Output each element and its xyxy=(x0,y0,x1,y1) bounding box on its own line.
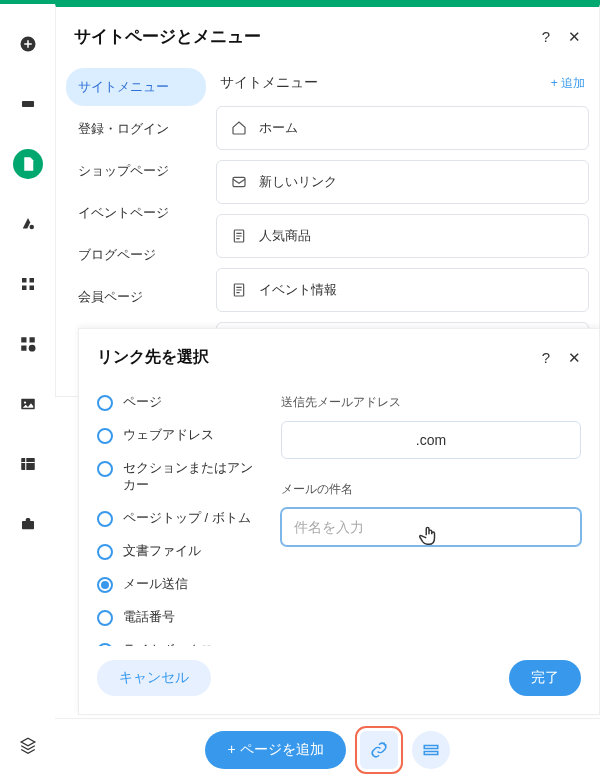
link-type-label: ウェブアドレス xyxy=(123,427,214,444)
svg-rect-12 xyxy=(21,458,35,470)
svg-rect-1 xyxy=(22,101,34,107)
svg-rect-8 xyxy=(29,337,34,342)
done-button[interactable]: 完了 xyxy=(509,660,581,696)
page-item[interactable]: ホーム xyxy=(216,106,589,150)
email-input[interactable] xyxy=(281,421,581,459)
page-item-label: 人気商品 xyxy=(259,227,311,245)
settings-icon[interactable] xyxy=(13,329,43,359)
page-item-label: イベント情報 xyxy=(259,281,337,299)
svg-rect-3 xyxy=(22,278,27,283)
modal-title: リンク先を選択 xyxy=(97,347,209,368)
link-type-option[interactable]: ウェブアドレス xyxy=(97,427,257,444)
svg-rect-5 xyxy=(22,286,27,291)
link-type-option[interactable]: メール送信 xyxy=(97,576,257,593)
media-icon[interactable] xyxy=(13,389,43,419)
cancel-button[interactable]: キャンセル xyxy=(97,660,211,696)
radio-icon xyxy=(97,461,113,477)
design-icon[interactable] xyxy=(13,209,43,239)
side-nav-item[interactable]: ショップページ xyxy=(66,152,206,190)
link-types: ページウェブアドレスセクションまたはアンカーページトップ / ボトム文書ファイル… xyxy=(97,388,257,646)
add-page-button[interactable]: + ページを追加 xyxy=(205,731,345,769)
email-label: 送信先メールアドレス xyxy=(281,394,581,411)
help-icon[interactable]: ? xyxy=(542,349,550,367)
panel-title: サイトページとメニュー xyxy=(74,25,261,48)
radio-icon xyxy=(97,511,113,527)
page-item-label: ホーム xyxy=(259,119,298,137)
side-nav-item[interactable]: サイトメニュー xyxy=(66,68,206,106)
business-icon[interactable] xyxy=(13,509,43,539)
svg-rect-18 xyxy=(424,745,438,748)
svg-point-2 xyxy=(29,225,34,230)
svg-rect-13 xyxy=(22,521,34,529)
svg-rect-7 xyxy=(21,337,26,342)
svg-rect-19 xyxy=(424,751,438,754)
svg-rect-4 xyxy=(29,278,34,283)
add-link[interactable]: + 追加 xyxy=(551,75,585,92)
left-rail xyxy=(0,4,55,780)
radio-icon xyxy=(97,577,113,593)
link-type-option[interactable]: ページ xyxy=(97,394,257,411)
page-item[interactable]: 新しいリンク xyxy=(216,160,589,204)
page-item-label: 新しいリンク xyxy=(259,173,337,191)
subject-input[interactable] xyxy=(281,508,581,546)
link-type-option[interactable]: ページトップ / ボトム xyxy=(97,510,257,527)
link-form: 送信先メールアドレス メールの件名 xyxy=(281,388,581,646)
help-icon[interactable]: ? xyxy=(542,28,550,46)
side-nav-item[interactable]: イベントページ xyxy=(66,194,206,232)
svg-rect-6 xyxy=(29,286,34,291)
add-link-button[interactable] xyxy=(360,731,398,769)
link-type-label: ページトップ / ボトム xyxy=(123,510,251,527)
add-folder-button[interactable] xyxy=(412,731,450,769)
link-type-label: ページ xyxy=(123,394,162,411)
data-icon[interactable] xyxy=(13,449,43,479)
subject-label: メールの件名 xyxy=(281,481,581,498)
svg-rect-14 xyxy=(233,177,245,186)
side-nav-item[interactable]: 登録・ログイン xyxy=(66,110,206,148)
side-nav-item[interactable]: ブログページ xyxy=(66,236,206,274)
close-icon[interactable]: ✕ xyxy=(568,28,581,46)
link-type-label: 文書ファイル xyxy=(123,543,201,560)
side-nav-item[interactable]: 会員ページ xyxy=(66,278,206,316)
svg-point-11 xyxy=(23,401,25,403)
close-icon[interactable]: ✕ xyxy=(568,349,581,367)
page-item[interactable]: イベント情報 xyxy=(216,268,589,312)
link-type-option[interactable]: セクションまたはアンカー xyxy=(97,460,257,494)
radio-icon xyxy=(97,428,113,444)
link-type-option[interactable]: 電話番号 xyxy=(97,609,257,626)
layers-icon[interactable] xyxy=(13,730,43,760)
link-type-label: セクションまたはアンカー xyxy=(123,460,257,494)
add-icon[interactable] xyxy=(13,29,43,59)
pages-icon[interactable] xyxy=(13,149,43,179)
radio-icon xyxy=(97,610,113,626)
page-item[interactable]: 人気商品 xyxy=(216,214,589,258)
list-title: サイトメニュー xyxy=(220,74,318,92)
link-type-label: 電話番号 xyxy=(123,609,175,626)
radio-icon xyxy=(97,395,113,411)
bottom-bar: + ページを追加 xyxy=(55,718,600,780)
link-modal: リンク先を選択 ? ✕ ページウェブアドレスセクションまたはアンカーページトップ… xyxy=(78,328,600,715)
link-type-label: メール送信 xyxy=(123,576,188,593)
radio-icon xyxy=(97,544,113,560)
sections-icon[interactable] xyxy=(13,89,43,119)
svg-rect-9 xyxy=(21,346,26,351)
apps-icon[interactable] xyxy=(13,269,43,299)
link-type-option[interactable]: 文書ファイル xyxy=(97,543,257,560)
